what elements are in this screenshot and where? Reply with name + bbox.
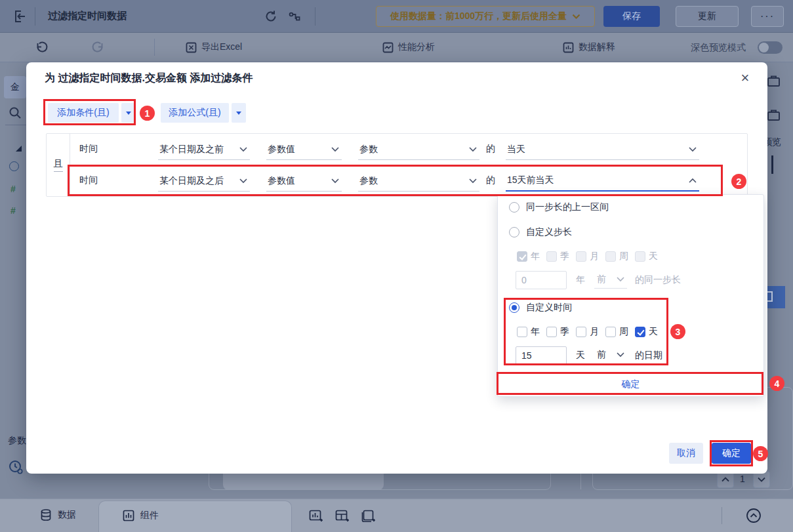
- time-value-input[interactable]: [516, 346, 567, 365]
- time-option-dropdown: 同一步长的上一区间 自定义步长 年 季 月 周 天 年 前 的同一步长: [497, 194, 764, 397]
- radio-icon[interactable]: [509, 202, 519, 213]
- filter-condition-dialog: 为 过滤指定时间数据.交易金额 添加过滤条件 × 添加条件(且) 添加公式(且)…: [26, 62, 767, 474]
- annotation-badge-1: 1: [140, 106, 155, 121]
- chevron-up-icon: [689, 178, 697, 183]
- add-list-icon[interactable]: [361, 508, 376, 524]
- panel-icon[interactable]: [766, 73, 782, 89]
- tab-component[interactable]: 组件: [122, 509, 159, 522]
- unit-week: 周: [605, 251, 628, 262]
- of-label: 的: [486, 143, 495, 155]
- checkbox-disabled-icon: [576, 251, 586, 262]
- unit-label: 天: [649, 251, 658, 262]
- checkbox-disabled-icon: [605, 251, 616, 262]
- unit-label: 年: [531, 326, 540, 338]
- value-type-select[interactable]: 参数值: [266, 171, 342, 192]
- checkbox-icon[interactable]: [517, 327, 527, 337]
- component-icon: [122, 509, 135, 522]
- tab-data[interactable]: 数据: [39, 508, 76, 522]
- option-custom-time[interactable]: 自定义时间: [509, 302, 572, 314]
- option-custom-time-label: 自定义时间: [526, 302, 572, 314]
- data-explain-button[interactable]: 数据解释: [563, 40, 615, 54]
- custom-step-units: 年 季 月 周 天: [517, 251, 664, 262]
- watermark-icon[interactable]: [287, 9, 302, 24]
- option-custom-step[interactable]: 自定义步长: [509, 226, 572, 238]
- ok-button[interactable]: 确定: [712, 443, 751, 464]
- more-button[interactable]: ···: [751, 6, 784, 27]
- unit-label: 周: [619, 326, 628, 338]
- checkbox-checked-disabled-icon: [517, 251, 527, 262]
- checkbox-icon[interactable]: [605, 327, 616, 337]
- param-select[interactable]: 参数: [358, 139, 479, 160]
- add-condition-caret[interactable]: [121, 103, 136, 123]
- unit-year: 年: [517, 251, 540, 262]
- cancel-button[interactable]: 取消: [669, 443, 703, 464]
- operator-select[interactable]: 某个日期及之后: [158, 171, 250, 192]
- of-label: 的: [486, 174, 495, 186]
- data-explain-icon: [563, 42, 574, 53]
- hash-field-icon: #: [10, 184, 16, 194]
- unit-label: 月: [590, 251, 599, 262]
- group-operator[interactable]: 且: [54, 158, 63, 172]
- time-value-select[interactable]: 当天: [506, 139, 699, 160]
- panel-icon[interactable]: [766, 108, 782, 123]
- tab-data-label: 数据: [58, 509, 76, 521]
- checkbox-icon[interactable]: [546, 327, 557, 337]
- unit-quarter[interactable]: 季: [546, 326, 569, 338]
- direction-value: 前: [597, 274, 606, 285]
- data-explain-label: 数据解释: [579, 41, 615, 53]
- redo-icon: [91, 40, 105, 54]
- param-select[interactable]: 参数: [358, 171, 479, 192]
- radio-selected-icon[interactable]: [509, 302, 519, 313]
- unit-month[interactable]: 月: [576, 326, 599, 338]
- checkbox-icon[interactable]: [576, 327, 586, 337]
- dark-preview-toggle[interactable]: [758, 41, 783, 54]
- unit-week[interactable]: 周: [605, 326, 628, 338]
- operator-select[interactable]: 某个日期及之前: [158, 139, 250, 160]
- condition-row: 时间 某个日期及之前 参数值 参数 的 当天: [70, 134, 747, 165]
- undo-icon[interactable]: [35, 40, 49, 54]
- field-tab-chip[interactable]: 金: [4, 76, 26, 98]
- group-operator-cell: 且: [47, 134, 70, 196]
- direction-value: 前: [597, 349, 606, 361]
- search-icon[interactable]: [8, 106, 22, 120]
- add-formula-button[interactable]: 添加公式(且): [161, 103, 229, 123]
- time-value-select-open[interactable]: 15天前当天: [506, 171, 699, 192]
- dropdown-confirm-button[interactable]: 确定: [498, 373, 763, 396]
- time-direction-select[interactable]: 前: [594, 348, 627, 364]
- chevron-down-icon: [572, 14, 580, 20]
- value-type-value: 参数值: [266, 144, 331, 155]
- chevron-down-icon: [331, 147, 339, 152]
- field-name: 时间: [79, 143, 98, 155]
- step-suffix-label: 的同一步长: [635, 274, 681, 286]
- close-icon[interactable]: ×: [735, 68, 756, 89]
- condition-row: 时间 某个日期及之后 参数值 参数 的 15天前当天: [70, 165, 747, 197]
- unit-year[interactable]: 年: [517, 326, 540, 338]
- add-condition-button[interactable]: 添加条件(且): [48, 103, 119, 123]
- add-table-icon[interactable]: [335, 508, 350, 524]
- data-usage-dropdown[interactable]: 使用数据量：前1000万行，更新后使用全量: [376, 6, 595, 27]
- performance-button[interactable]: 性能分析: [382, 40, 435, 54]
- update-button[interactable]: 更新: [676, 6, 739, 27]
- secondary-toolbar: 导出Excel 性能分析 数据解释 深色预览模式: [0, 33, 793, 62]
- time-settings-icon[interactable]: [8, 459, 24, 475]
- add-chart-icon[interactable]: [308, 508, 324, 524]
- time-unit-label: 天: [576, 350, 585, 361]
- save-button[interactable]: 保存: [603, 6, 660, 27]
- collapse-triangle-icon[interactable]: [16, 146, 22, 152]
- export-excel-button[interactable]: 导出Excel: [186, 40, 242, 54]
- annotation-badge-3: 3: [670, 324, 685, 339]
- exit-icon[interactable]: [12, 9, 28, 24]
- option-same-step[interactable]: 同一步长的上一区间: [509, 201, 609, 213]
- add-formula-caret[interactable]: [232, 103, 246, 123]
- unit-label: 季: [560, 251, 569, 262]
- tab-component-container[interactable]: 组件: [98, 501, 292, 532]
- unit-day[interactable]: 天: [635, 326, 658, 338]
- annotation-badge-5: 5: [753, 446, 768, 461]
- checkbox-checked-icon[interactable]: [635, 327, 645, 337]
- checkbox-disabled-icon: [635, 251, 645, 262]
- collapse-panel-icon[interactable]: [744, 506, 763, 525]
- divider: [154, 39, 155, 56]
- refresh-icon[interactable]: [264, 9, 278, 24]
- value-type-select[interactable]: 参数值: [266, 139, 342, 160]
- radio-icon[interactable]: [509, 227, 519, 237]
